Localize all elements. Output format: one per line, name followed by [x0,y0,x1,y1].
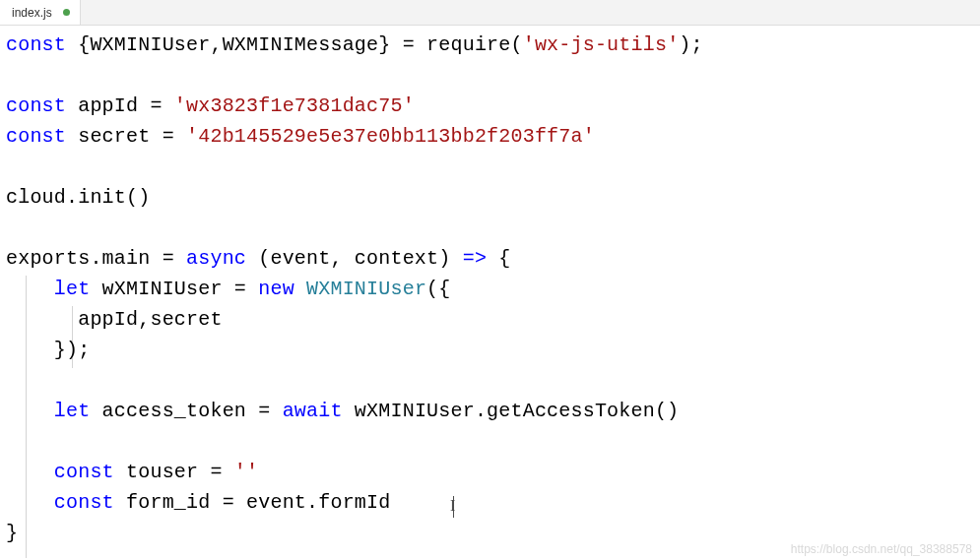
string-literal: '' [234,461,258,483]
code-text: { [487,247,510,270]
code-text: {WXMINIUser,WXMINIMessage} = require( [66,33,523,56]
code-text: access_token = [90,400,282,422]
code-text: cloud.init() [6,186,150,209]
tab-indexjs[interactable]: index.js [0,0,81,25]
keyword: const [54,491,114,514]
code-text: wXMINIUser.getAccessToken() [343,400,680,422]
code-line [6,152,980,182]
code-text: wXMINIUser = [90,278,258,300]
code-line: const form_id = event.formId [6,487,980,518]
code-line: let access_token = await wXMINIUser.getA… [6,396,980,426]
code-editor[interactable]: const {WXMINIUser,WXMINIMessage} = requi… [0,26,980,548]
code-text: form_id = event.formId [114,491,391,514]
indent [6,278,54,300]
code-text: appId = [66,94,174,117]
code-line: appId,secret [6,304,980,335]
tab-filename: index.js [12,6,52,20]
code-text: }); [6,339,90,361]
type-name: WXMINIUser [306,278,426,300]
indent [6,461,54,483]
text-cursor-icon [453,496,454,518]
code-line: const appId = 'wx3823f1e7381dac75' [6,91,980,121]
code-text: appId,secret [6,308,223,331]
code-text: touser = [114,461,234,483]
keyword: async [186,247,246,270]
indent [6,491,54,514]
indent [6,400,54,422]
keyword: const [6,94,66,117]
code-line: const {WXMINIUser,WXMINIMessage} = requi… [6,30,980,60]
code-text: (event, context) [246,247,463,270]
code-text [294,278,306,300]
keyword: await [283,400,343,422]
keyword: const [6,125,66,148]
code-line [6,365,980,396]
code-line [6,60,980,91]
keyword: => [463,247,487,270]
keyword: const [54,461,114,483]
keyword: new [258,278,294,300]
code-line: cloud.init() [6,182,980,213]
code-line [6,213,980,243]
code-line: exports.main = async (event, context) =>… [6,243,980,274]
keyword: let [54,400,91,422]
code-line: let wXMINIUser = new WXMINIUser({ [6,274,980,304]
code-line: }); [6,335,980,365]
keyword: let [54,278,91,300]
code-text: ); [679,33,702,56]
string-literal: 'wx3823f1e7381dac75' [174,94,415,117]
modified-indicator-icon [63,9,70,16]
code-line: const secret = '42b145529e5e37e0bb113bb2… [6,121,980,152]
code-text: ({ [426,278,450,300]
string-literal: '42b145529e5e37e0bb113bb2f203ff7a' [186,125,595,148]
tab-bar: index.js [0,0,980,26]
code-line [6,426,980,457]
code-text: secret = [66,125,186,148]
string-literal: 'wx-js-utils' [523,33,680,56]
keyword: const [6,33,66,56]
code-text: exports.main = [6,247,186,270]
watermark-text: https://blog.csdn.net/qq_38388578 [791,542,972,556]
code-text: } [6,522,18,544]
code-line: const touser = '' [6,457,980,487]
